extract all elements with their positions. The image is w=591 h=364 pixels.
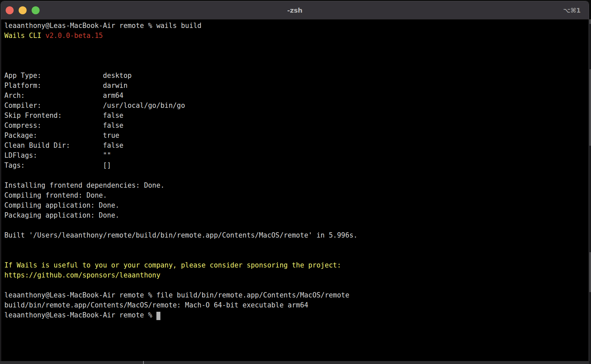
text-segment: leaanthony@Leas-MacBook-Air remote % <box>4 311 156 319</box>
background-window-right-edge <box>589 19 591 364</box>
terminal-line <box>4 51 585 61</box>
text-segment: Packaging application: Done. <box>4 211 119 219</box>
terminal-line: Tags: [] <box>4 160 585 170</box>
terminal-line <box>4 220 585 230</box>
terminal-cursor[interactable] <box>156 312 160 320</box>
text-segment: Package: true <box>4 131 119 139</box>
text-segment: App Type: desktop <box>4 72 132 80</box>
terminal-line: Arch: arm64 <box>4 91 585 100</box>
background-scrollbar-segment <box>589 69 591 146</box>
tab-shortcut-badge: ⌥⌘1 <box>563 7 581 14</box>
terminal-line: Compiling application: Done. <box>4 200 585 210</box>
terminal-line: Compiler: /usr/local/go/bin/go <box>4 100 585 110</box>
window-title: -zsh <box>1 6 589 14</box>
terminal-line: Built '/Users/leaanthony/remote/build/bi… <box>4 230 585 240</box>
text-segment: Compress: false <box>4 121 123 129</box>
minimize-button[interactable] <box>19 6 27 14</box>
terminal-line: Package: true <box>4 130 585 140</box>
text-segment: Compiling application: Done. <box>4 201 119 209</box>
text-segment: https://github.com/sponsors/leaanthony <box>4 271 160 279</box>
text-segment: v2.0.0-beta.15 <box>45 32 103 40</box>
window-controls <box>1 6 40 14</box>
text-segment: If Wails is useful to you or your compan… <box>4 261 341 269</box>
terminal-line: Installing frontend dependencies: Done. <box>4 180 585 190</box>
background-scrollbar-segment <box>589 252 591 292</box>
terminal-line: If Wails is useful to you or your compan… <box>4 260 585 270</box>
terminal-line: Compress: false <box>4 120 585 130</box>
text-segment: build/bin/remote.app/Contents/MacOS/remo… <box>4 301 308 309</box>
terminal-line: Clean Build Dir: false <box>4 140 585 150</box>
terminal-line: leaanthony@Leas-MacBook-Air remote % fil… <box>4 290 585 300</box>
terminal-line: leaanthony@Leas-MacBook-Air remote % <box>4 310 585 320</box>
terminal-line: build/bin/remote.app/Contents/MacOS/remo… <box>4 300 585 310</box>
terminal-line: LDFlags: "" <box>4 150 585 160</box>
text-segment: Arch: arm64 <box>4 91 123 99</box>
terminal-window: -zsh ⌥⌘1 leaanthony@Leas-MacBook-Air rem… <box>1 1 589 361</box>
terminal-line: Compiling frontend: Done. <box>4 190 585 200</box>
background-scrollbar-segment <box>589 19 591 24</box>
terminal-line <box>4 280 585 290</box>
text-segment: Clean Build Dir: false <box>4 141 123 149</box>
terminal-line: https://github.com/sponsors/leaanthony <box>4 270 585 280</box>
text-segment: Compiler: /usr/local/go/bin/go <box>4 101 185 109</box>
terminal-line: Skip Frontend: false <box>4 110 585 120</box>
close-button[interactable] <box>6 6 14 14</box>
text-segment: Skip Frontend: false <box>4 111 123 119</box>
terminal-line <box>4 250 585 260</box>
text-segment: Installing frontend dependencies: Done. <box>4 181 164 189</box>
terminal-line: App Type: desktop <box>4 71 585 81</box>
background-window-bottom-edge <box>0 361 589 364</box>
terminal-line <box>4 41 585 51</box>
text-segment: Tags: [] <box>4 161 111 169</box>
background-window-divider <box>143 361 144 364</box>
title-bar[interactable]: -zsh ⌥⌘1 <box>1 1 589 20</box>
terminal-line <box>4 240 585 250</box>
terminal-line <box>4 170 585 180</box>
text-segment: Platform: darwin <box>4 82 127 90</box>
zoom-button[interactable] <box>32 6 40 14</box>
terminal-screen[interactable]: leaanthony@Leas-MacBook-Air remote % wai… <box>1 20 589 361</box>
terminal-line: leaanthony@Leas-MacBook-Air remote % wai… <box>4 21 585 31</box>
text-segment: leaanthony@Leas-MacBook-Air remote % fil… <box>4 291 349 299</box>
terminal-line: Platform: darwin <box>4 81 585 91</box>
text-segment: Compiling frontend: Done. <box>4 191 107 199</box>
terminal-line: Packaging application: Done. <box>4 210 585 220</box>
text-segment: leaanthony@Leas-MacBook-Air remote % wai… <box>4 22 201 30</box>
terminal-line: Wails CLI v2.0.0-beta.15 <box>4 31 585 41</box>
text-segment: Built '/Users/leaanthony/remote/build/bi… <box>4 231 357 239</box>
terminal-line <box>4 61 585 71</box>
text-segment: LDFlags: "" <box>4 151 111 159</box>
text-segment: Wails CLI <box>4 32 45 40</box>
